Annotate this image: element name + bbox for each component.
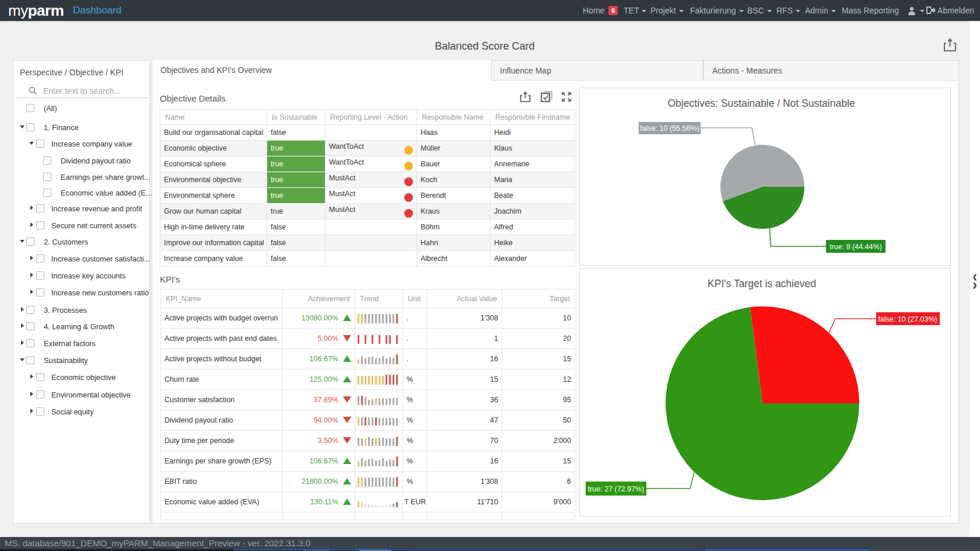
- svg-text:Objectives: Sustainable / Not: Objectives: Sustainable / Not Sustainabl…: [667, 97, 855, 109]
- svg-text:KPI's Target is achieved: KPI's Target is achieved: [708, 278, 816, 290]
- svg-text:false: 10 (27.03%): false: 10 (27.03%): [878, 315, 937, 323]
- svg-text:true: 27 (72.97%): true: 27 (72.97%): [588, 485, 645, 493]
- svg-text:false: 10 (55.56%): false: 10 (55.56%): [640, 124, 699, 132]
- svg-text:true: 8 (44.44%): true: 8 (44.44%): [830, 243, 882, 251]
